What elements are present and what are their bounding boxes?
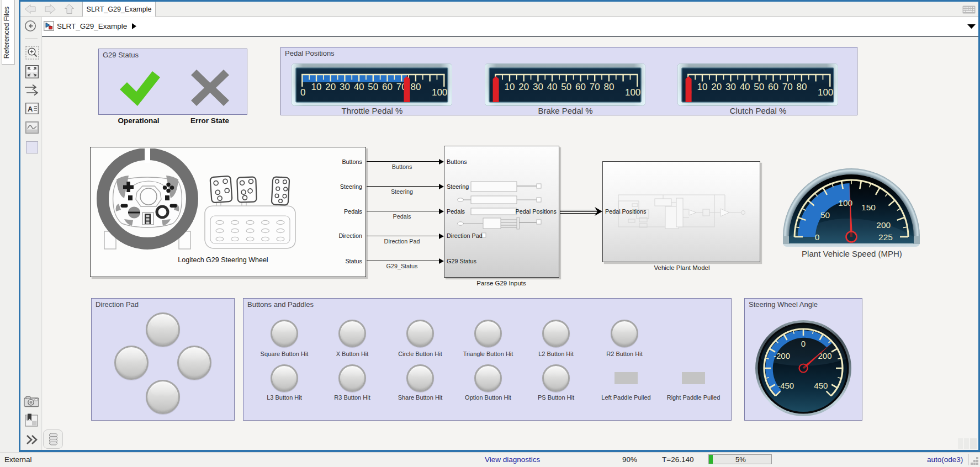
svg-text:60: 60: [768, 82, 778, 92]
svg-text:60: 60: [575, 82, 586, 92]
svg-text:20: 20: [325, 82, 336, 92]
svg-text:40: 40: [354, 82, 364, 92]
svg-text:200: 200: [818, 351, 831, 360]
svg-text:100: 100: [432, 87, 447, 98]
svg-text:50: 50: [561, 82, 571, 92]
svg-text:80: 80: [603, 82, 614, 92]
svg-text:450: 450: [814, 381, 828, 390]
svg-text:70: 70: [590, 82, 600, 92]
svg-text:40: 40: [547, 82, 558, 92]
svg-text:70: 70: [782, 82, 793, 92]
svg-text:50: 50: [368, 82, 378, 92]
svg-text:-200: -200: [774, 351, 790, 360]
svg-text:10: 10: [505, 82, 515, 92]
svg-text:80: 80: [410, 82, 421, 92]
svg-text:10: 10: [697, 82, 708, 92]
svg-text:200: 200: [876, 220, 891, 230]
svg-text:30: 30: [340, 82, 350, 92]
svg-text:225: 225: [878, 232, 893, 242]
svg-text:50: 50: [820, 210, 830, 220]
svg-text:100: 100: [625, 87, 640, 98]
svg-text:30: 30: [533, 82, 543, 92]
svg-text:-450: -450: [777, 381, 794, 390]
svg-text:10: 10: [311, 82, 322, 92]
svg-text:150: 150: [861, 203, 876, 212]
svg-text:30: 30: [725, 82, 736, 92]
svg-text:50: 50: [754, 82, 764, 92]
svg-text:20: 20: [518, 82, 529, 92]
svg-text:0: 0: [815, 232, 820, 242]
svg-text:40: 40: [740, 82, 750, 92]
svg-text:0: 0: [300, 87, 305, 98]
svg-text:60: 60: [382, 82, 393, 92]
svg-text:100: 100: [818, 87, 833, 98]
svg-text:20: 20: [711, 82, 722, 92]
svg-text:A: A: [28, 105, 33, 113]
svg-text:80: 80: [796, 82, 807, 92]
svg-text:0: 0: [801, 339, 806, 348]
